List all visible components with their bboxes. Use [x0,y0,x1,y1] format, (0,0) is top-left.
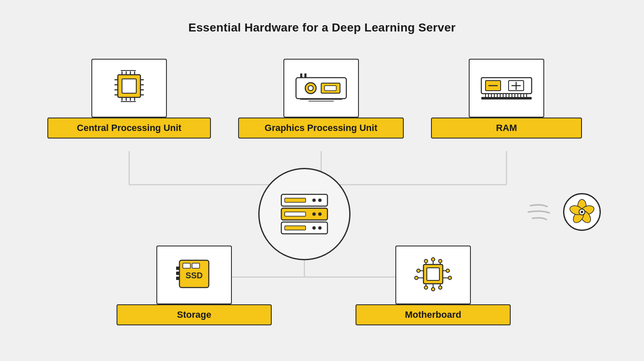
svg-point-82 [431,258,435,261]
gpu-icon-box [283,59,359,118]
svg-rect-35 [325,86,336,91]
svg-point-94 [415,276,418,280]
cpu-icon-box [91,59,167,118]
cpu-label: Central Processing Unit [47,118,211,139]
svg-rect-74 [176,272,179,275]
storage-icon: SSD [171,254,217,296]
svg-point-70 [312,226,316,230]
ram-component: RAM [431,59,582,139]
svg-point-98 [448,276,452,280]
server-icon-circle [258,168,351,260]
wind-icon [526,197,560,227]
svg-rect-59 [481,97,532,99]
svg-rect-75 [176,277,179,280]
svg-rect-61 [285,198,306,202]
svg-rect-77 [183,263,190,268]
svg-rect-30 [300,73,302,78]
fan-icon [567,197,597,227]
svg-point-62 [312,199,316,202]
cpu-component: Central Processing Unit [47,59,211,139]
motherboard-component: Motherboard [356,246,511,325]
svg-point-66 [312,212,316,216]
svg-rect-73 [176,267,179,270]
svg-rect-31 [304,73,306,78]
svg-point-97 [446,269,449,272]
svg-point-71 [318,226,322,230]
svg-point-63 [318,199,322,202]
cpu-icon [106,67,152,109]
ram-icon [477,69,536,107]
svg-rect-69 [285,226,306,230]
diagram-container: Essential Hardware for a Deep Learning S… [20,8,624,353]
motherboard-icon [406,252,460,298]
svg-rect-65 [285,212,306,216]
ram-label: RAM [431,118,582,139]
svg-point-33 [308,86,313,91]
svg-rect-78 [192,263,200,268]
svg-point-93 [417,269,420,272]
page-title: Essential Hardware for a Deep Learning S… [20,8,624,34]
svg-point-107 [581,211,583,213]
storage-component: SSD Storage [117,246,272,325]
gpu-component: Graphics Processing Unit [238,59,404,139]
svg-point-87 [424,286,428,289]
svg-text:SSD: SSD [185,271,203,280]
svg-point-88 [431,288,435,291]
gpu-label: Graphics Processing Unit [238,118,404,139]
motherboard-icon-box [395,246,471,304]
svg-point-89 [439,286,442,289]
svg-point-67 [318,212,322,216]
storage-label: Storage [117,304,272,325]
fan-circle [563,193,601,231]
svg-point-81 [424,259,428,263]
svg-rect-10 [122,79,136,93]
server-icon [273,183,336,246]
storage-icon-box: SSD [156,246,232,304]
motherboard-label: Motherboard [356,304,511,325]
cooling-component [526,193,601,231]
svg-point-83 [439,259,442,263]
svg-rect-80 [427,268,439,280]
ram-icon-box [469,59,544,118]
gpu-icon [292,69,351,107]
